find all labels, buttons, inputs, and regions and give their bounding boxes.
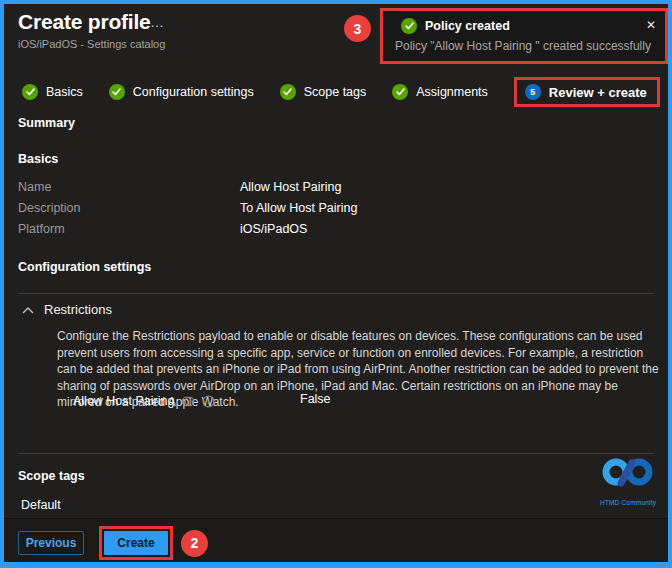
divider: [18, 453, 654, 454]
annotation-badge-2: 2: [181, 530, 208, 557]
setting-row-allow-host-pairing: Allow Host Pairing: [73, 394, 215, 408]
policy-created-toast: Policy created ✕ Policy "Allow Host Pair…: [380, 8, 668, 64]
annotation-box-review-create: 5 Review + create: [514, 77, 660, 107]
restrictions-group-label: Restrictions: [44, 302, 112, 317]
basics-row-description: Description To Allow Host Pairing: [18, 201, 578, 215]
row-value: To Allow Host Pairing: [240, 201, 357, 215]
basics-row-platform: Platform iOS/iPadOS: [18, 222, 578, 236]
tab-label: Assignments: [416, 85, 488, 99]
toast-title: Policy created: [425, 19, 510, 33]
row-value: iOS/iPadOS: [240, 222, 307, 236]
completed-check-icon: [22, 84, 38, 100]
htmd-logo-label: HTMD Community: [595, 499, 661, 506]
summary-heading: Summary: [18, 116, 75, 130]
wizard-steps: Basics Configuration settings Scope tags…: [22, 76, 672, 108]
basics-row-name: Name Allow Host Pairing: [18, 180, 578, 194]
toast-message: Policy "Allow Host Pairing " created suc…: [395, 39, 655, 53]
wizard-footer: Previous Create 2: [4, 518, 668, 562]
page-title: Create profile: [18, 10, 151, 34]
completed-check-icon: [109, 84, 125, 100]
row-value: Allow Host Pairing: [240, 180, 341, 194]
divider: [18, 293, 654, 294]
htmd-logo-icon: [601, 456, 655, 494]
restrictions-group-toggle[interactable]: Restrictions: [22, 302, 112, 317]
previous-button[interactable]: Previous: [18, 531, 84, 555]
scope-tag-value: Default: [21, 498, 61, 512]
row-label: Platform: [18, 222, 65, 236]
tab-basics[interactable]: Basics: [22, 84, 83, 100]
setting-label: Allow Host Pairing: [73, 394, 174, 408]
tab-assignments[interactable]: Assignments: [392, 84, 488, 100]
info-icon[interactable]: [202, 395, 215, 408]
create-button[interactable]: Create: [104, 531, 168, 555]
create-profile-window: Create profile … iOS/iPadOS - Settings c…: [0, 0, 672, 568]
tab-label: Basics: [46, 85, 83, 99]
row-label: Name: [18, 180, 51, 194]
success-check-icon: [401, 18, 417, 34]
more-options-icon[interactable]: …: [150, 14, 165, 30]
configuration-settings-heading: Configuration settings: [18, 260, 151, 274]
tab-scope-tags[interactable]: Scope tags: [280, 84, 367, 100]
create-button-area: Create 2: [99, 526, 208, 560]
tab-configuration-settings[interactable]: Configuration settings: [109, 84, 254, 100]
scope-tags-heading: Scope tags: [18, 469, 85, 483]
annotation-box-create: Create: [99, 526, 173, 560]
step-number-badge: 5: [525, 84, 541, 100]
completed-check-icon: [280, 84, 296, 100]
row-label: Description: [18, 201, 81, 215]
copy-setting-icon[interactable]: [181, 395, 195, 408]
completed-check-icon: [392, 84, 408, 100]
chevron-up-icon: [22, 306, 34, 314]
tab-label: Review + create: [549, 85, 647, 100]
basics-heading: Basics: [18, 152, 58, 166]
annotation-badge-3: 3: [344, 15, 371, 42]
page-subtitle: iOS/iPadOS - Settings catalog: [18, 38, 165, 50]
tab-review-create[interactable]: 5 Review + create: [525, 84, 647, 100]
toast-close-icon[interactable]: ✕: [646, 18, 656, 32]
tab-label: Scope tags: [304, 85, 367, 99]
tab-label: Configuration settings: [133, 85, 254, 99]
htmd-community-logo: HTMD Community: [595, 456, 661, 506]
setting-value: False: [300, 392, 331, 406]
